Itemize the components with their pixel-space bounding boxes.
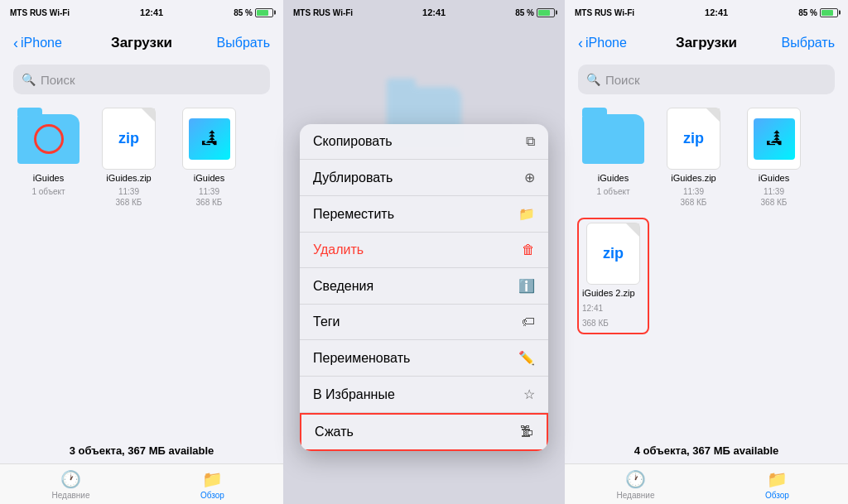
right-status-bar: MTS RUS Wi-Fi 12:41 85 % (565, 0, 848, 25)
menu-info-label: Сведения (313, 279, 373, 294)
right-time: 12:41 (705, 7, 728, 17)
zip-label: zip (683, 130, 704, 147)
menu-rename[interactable]: Переименовать ✏️ (300, 340, 548, 377)
menu-tags[interactable]: Теги 🏷 (300, 305, 548, 340)
tab-browse-left[interactable]: 📁 Обзор (142, 469, 283, 500)
img-thumb: 🏞 (754, 118, 795, 160)
right-search-bar[interactable]: 🔍 Поиск (578, 65, 835, 94)
right-back-button[interactable]: ‹ iPhone (578, 35, 627, 52)
menu-rename-label: Переименовать (313, 351, 410, 366)
new-zip-corner (626, 223, 639, 237)
menu-favorites-label: В Избранные (313, 387, 395, 402)
img-thumb: 🏞 (189, 118, 230, 160)
file-name: iGuides (598, 173, 629, 183)
menu-move[interactable]: Переместить 📁 (300, 196, 548, 233)
tab-browse-label-left: Обзор (200, 491, 224, 500)
zip-corner (142, 108, 155, 122)
menu-duplicate[interactable]: Дублировать ⊕ (300, 160, 548, 196)
list-item[interactable]: zip iGuides.zip 11:39 368 КБ (658, 108, 729, 208)
menu-favorites[interactable]: В Избранные ☆ (300, 377, 548, 413)
file-name: iGuides.zip (671, 173, 716, 183)
recent-icon-left: 🕐 (60, 469, 81, 489)
menu-copy[interactable]: Скопировать ⧉ (300, 124, 548, 160)
file-name: iGuides (759, 173, 789, 183)
browse-icon-right: 📁 (767, 469, 788, 489)
menu-move-label: Переместить (313, 207, 394, 222)
folder-icon (582, 114, 644, 164)
left-search-icon: 🔍 (22, 73, 36, 86)
right-panel: MTS RUS Wi-Fi 12:41 85 % ‹ iPhone Загруз… (565, 0, 848, 504)
zip-icon-wrap: zip (98, 108, 160, 170)
right-battery-icon (820, 8, 838, 17)
right-battery-pct: 85 % (798, 8, 817, 17)
zip-icon: zip (102, 108, 156, 170)
folder-icon (17, 114, 80, 164)
context-menu: Скопировать ⧉ Дублировать ⊕ Переместить … (300, 124, 548, 451)
tab-recent-left[interactable]: 🕐 Недавние (0, 469, 142, 500)
zip-image-wrap: 🏞 (178, 108, 240, 170)
list-item[interactable]: iGuides 1 объект (578, 108, 648, 208)
menu-delete-label: Удалить (313, 242, 364, 257)
menu-info[interactable]: Сведения ℹ️ (300, 268, 548, 305)
right-tab-bar: 🕐 Недавние 📁 Обзор (565, 463, 848, 504)
right-nav-title: Загрузки (676, 35, 737, 51)
right-search-placeholder: Поиск (605, 73, 640, 87)
list-item[interactable]: 🏞 iGuides 11:39 368 КБ (174, 108, 244, 208)
middle-panel: MTS RUS Wi-Fi 12:41 85 % Скопировать ⧉ Д… (283, 0, 565, 504)
delete-icon: 🗑 (522, 242, 535, 257)
file-name: iGuides 2.zip (582, 288, 635, 298)
folder-icon-wrap (17, 108, 80, 170)
copy-icon: ⧉ (526, 134, 535, 149)
tab-recent-label-left: Недавние (52, 491, 90, 500)
left-battery-pct: 85 % (234, 8, 253, 17)
file-meta: 12:41 368 КБ (582, 304, 609, 328)
menu-delete[interactable]: Удалить 🗑 (300, 233, 548, 268)
zip-image-wrap: 🏞 (743, 108, 805, 170)
left-battery-area: 85 % (234, 8, 273, 17)
tags-icon: 🏷 (522, 314, 535, 329)
list-item[interactable]: zip iGuides.zip 11:39 368 КБ (94, 108, 164, 208)
zip-icon: zip (667, 108, 720, 170)
file-name: iGuides (194, 173, 224, 183)
tab-recent-right[interactable]: 🕐 Недавние (565, 469, 706, 500)
left-search-bar[interactable]: 🔍 Поиск (13, 65, 270, 94)
right-nav-action[interactable]: Выбрать (782, 36, 835, 50)
tab-browse-right[interactable]: 📁 Обзор (706, 469, 848, 500)
selected-file-wrapper: zip iGuides 2.zip 12:41 368 КБ (577, 218, 649, 334)
right-back-chevron: ‹ (578, 35, 583, 52)
right-nav-bar: ‹ iPhone Загрузки Выбрать (565, 25, 848, 61)
left-battery-fill (257, 10, 268, 16)
right-battery-area: 85 % (798, 8, 838, 17)
right-files-grid: iGuides 1 объект zip iGuides.zip 11:39 3… (565, 101, 848, 438)
new-zip-icon: zip (586, 223, 640, 285)
right-battery-fill (822, 10, 833, 16)
menu-copy-label: Скопировать (313, 134, 393, 149)
file-meta: 11:39 368 КБ (116, 186, 142, 208)
move-icon: 📁 (518, 206, 535, 222)
left-time: 12:41 (140, 7, 163, 17)
left-carrier: MTS RUS Wi-Fi (10, 8, 70, 17)
left-back-label: iPhone (21, 36, 62, 50)
left-nav-title: Загрузки (111, 35, 172, 51)
left-status-bar: MTS RUS Wi-Fi 12:41 85 % (0, 0, 283, 25)
file-meta: 1 объект (596, 186, 629, 197)
right-search-icon: 🔍 (586, 73, 600, 86)
left-nav-action[interactable]: Выбрать (217, 36, 270, 50)
list-item[interactable]: iGuides 1 объект (13, 108, 84, 208)
left-tab-bar: 🕐 Недавние 📁 Обзор (0, 463, 283, 504)
left-search-placeholder: Поиск (41, 73, 75, 87)
zip-corner (706, 108, 720, 122)
left-nav-bar: ‹ iPhone Загрузки Выбрать (0, 25, 283, 61)
browse-icon-left: 📁 (202, 469, 223, 489)
left-back-chevron: ‹ (13, 35, 18, 52)
zip-icon-wrap: zip (662, 108, 725, 170)
info-icon: ℹ️ (518, 278, 535, 294)
favorites-icon: ☆ (523, 386, 535, 402)
menu-compress[interactable]: Сжать 🗜 (300, 413, 548, 451)
left-back-button[interactable]: ‹ iPhone (13, 35, 62, 52)
list-item[interactable]: 🏞 iGuides 11:39 368 КБ (739, 108, 809, 208)
left-bottom-status: 3 объекта, 367 МБ available (0, 438, 283, 463)
tab-browse-label-right: Обзор (765, 491, 789, 500)
list-item[interactable]: zip iGuides 2.zip 12:41 368 КБ (578, 218, 648, 334)
left-files-grid: iGuides 1 объект zip iGuides.zip 11:39 3… (0, 101, 283, 438)
